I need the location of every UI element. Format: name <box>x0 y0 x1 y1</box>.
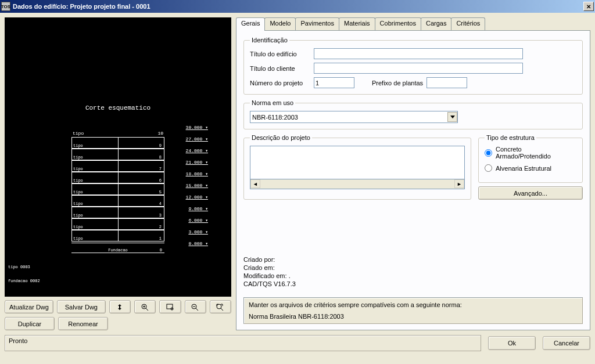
cad-floor-row: tipo4 <box>71 195 164 207</box>
meta-cad-tos: CAD/TQS V16.7.3 <box>243 280 583 288</box>
compat-line1: Manter os arquivos de critérios sempre c… <box>249 301 578 308</box>
cad-elevation-label: 12.000 ▾ <box>173 194 208 200</box>
cad-floor-row: tipo8 <box>71 149 164 160</box>
svg-rect-4 <box>167 304 173 309</box>
renomear-button[interactable]: Renomear <box>58 317 108 330</box>
close-button[interactable]: ✕ <box>583 2 594 11</box>
svg-line-10 <box>221 308 223 311</box>
cad-floor-row: tipo7 <box>71 160 164 172</box>
meta-info: Criado por: Criado em: Modificado em: . … <box>243 254 583 289</box>
cad-floor-row: tipo3 <box>71 207 164 218</box>
scroll-right-icon[interactable]: ► <box>454 179 464 188</box>
right-panel: Gerais Modelo Pavimentos Materiais Cobri… <box>236 17 590 330</box>
titulo-cliente-input[interactable] <box>314 63 523 74</box>
numero-projeto-input[interactable] <box>314 77 354 88</box>
tab-content: Identificação Título do edifício Título … <box>236 30 590 330</box>
tipo-estrutura-legend: Tipo de estrutura <box>485 134 536 141</box>
cad-side-label-fundacao: fundacao 0002 <box>8 279 40 283</box>
cad-elevation-label: 21.000 ▾ <box>173 160 208 165</box>
radio-concreto-input[interactable] <box>485 149 492 157</box>
meta-modificado-em: Modificado em: . <box>243 272 583 280</box>
tab-criterios[interactable]: Critérios <box>451 17 485 30</box>
avancado-button[interactable]: Avançado... <box>478 186 583 200</box>
numero-projeto-label: Número do projeto <box>250 80 310 87</box>
radio-concreto[interactable]: Concreto Armado/Protendido <box>485 146 576 160</box>
cad-elevation-label: 9.000 ▾ <box>173 206 208 211</box>
svg-point-9 <box>217 304 221 309</box>
atualizar-dwg-button[interactable]: Atualizar Dwg <box>5 300 53 313</box>
cad-floor-row: tipo1 <box>71 230 164 242</box>
norma-select[interactable]: NBR-6118:2003 <box>250 111 458 123</box>
cad-title: Corte esquematico <box>5 104 231 111</box>
cad-elevation-label: 18.000 ▾ <box>173 171 208 176</box>
descricao-hscrollbar[interactable]: ◄ ► <box>250 179 465 189</box>
cad-header-right: 10 <box>157 131 163 136</box>
left-toolbar: Atualizar Dwg Salvar Dwg <box>5 297 231 330</box>
meta-criado-por: Criado por: <box>243 255 583 264</box>
tab-modelo[interactable]: Modelo <box>264 17 296 30</box>
status-text: Pronto <box>5 335 481 351</box>
tipo-estrutura-group: Tipo de estrutura Concreto Armado/Proten… <box>478 134 583 183</box>
window-title: Dados do edifício: Projeto projeto final… <box>13 3 583 10</box>
cad-elevation-label: 24.000 ▾ <box>173 148 208 153</box>
left-panel: Corte esquematico tipo 10 tipo9tipo8tipo… <box>5 17 231 330</box>
identificacao-group: Identificação Título do edifício Título … <box>243 37 583 95</box>
svg-line-1 <box>146 308 148 311</box>
tab-cobrimentos[interactable]: Cobrimentos <box>375 17 421 30</box>
dropdown-icon[interactable] <box>447 112 457 122</box>
cad-side-label-tipo: tipo 0003 <box>8 265 30 269</box>
tab-materiais[interactable]: Materiais <box>339 17 375 30</box>
radio-concreto-label: Concreto Armado/Protendido <box>496 146 576 160</box>
tab-gerais[interactable]: Gerais <box>236 17 265 31</box>
cancelar-button[interactable]: Cancelar <box>543 336 590 350</box>
cad-elevation-label: 0.000 ▾ <box>173 241 208 246</box>
titulo-cliente-label: Título do cliente <box>250 65 310 72</box>
cad-elevation-label: 3.000 ▾ <box>173 229 208 235</box>
meta-criado-em: Criado em: <box>243 264 583 272</box>
cad-elevation-label: 15.000 ▾ <box>173 183 208 188</box>
bottom-bar: Pronto Ok Cancelar <box>0 335 595 355</box>
ok-button[interactable]: Ok <box>488 336 536 350</box>
duplicar-button[interactable]: Duplicar <box>5 317 55 330</box>
svg-line-7 <box>196 308 198 311</box>
radio-alvenaria[interactable]: Alvenaria Estrutural <box>485 164 576 172</box>
norma-select-value: NBR-6118:2003 <box>252 114 298 121</box>
cad-elevation-label: 27.000 ▾ <box>173 136 208 142</box>
zoom-window-icon-button[interactable] <box>159 300 181 313</box>
compat-panel: Manter os arquivos de critérios sempre c… <box>243 297 583 324</box>
radio-alvenaria-label: Alvenaria Estrutural <box>496 165 551 172</box>
cad-floor-row: tipo9 <box>71 137 164 149</box>
prefixo-plantas-input[interactable] <box>426 77 467 88</box>
radio-alvenaria-input[interactable] <box>485 164 492 172</box>
cad-header-left: tipo <box>73 131 84 136</box>
cad-elevation-label: 30.000 ▾ <box>173 125 208 130</box>
cad-elevation-label: 6.000 ▾ <box>173 218 208 223</box>
tab-pavimentos[interactable]: Pavimentos <box>295 17 339 30</box>
zoom-in-icon-button[interactable] <box>134 300 156 313</box>
descricao-legend: Descrição do projeto <box>250 134 312 141</box>
zoom-extents-icon-button[interactable] <box>210 300 231 313</box>
descricao-group: Descrição do projeto ◄ ► <box>243 134 471 200</box>
identificacao-legend: Identificação <box>250 37 289 44</box>
norma-group: Norma em uso NBR-6118:2003 <box>243 99 583 129</box>
compat-line2: Norma Brasileira NBR-6118:2003 <box>249 313 578 320</box>
cad-preview[interactable]: Corte esquematico tipo 10 tipo9tipo8tipo… <box>5 17 231 297</box>
descricao-textarea[interactable] <box>250 146 465 179</box>
zoom-out-icon-button[interactable] <box>185 300 206 313</box>
pan-icon-button[interactable] <box>109 300 131 313</box>
cad-floor-row: tipo6 <box>71 172 164 183</box>
titulo-edificio-label: Título do edifício <box>250 51 310 57</box>
cad-building: tipo 10 tipo9tipo8tipo7tipo6tipo5tipo4ti… <box>71 131 164 253</box>
titlebar: TOS Dados do edifício: Projeto projeto f… <box>0 0 595 13</box>
norma-legend: Norma em uso <box>250 99 295 106</box>
cad-floor-row: Fundacao0 <box>71 243 164 253</box>
titulo-edificio-input[interactable] <box>314 48 523 59</box>
cad-floor-row: tipo5 <box>71 183 164 195</box>
salvar-dwg-button[interactable]: Salvar Dwg <box>57 300 106 313</box>
tab-cargas[interactable]: Cargas <box>421 17 451 30</box>
tabs: Gerais Modelo Pavimentos Materiais Cobri… <box>236 17 590 30</box>
scroll-left-icon[interactable]: ◄ <box>250 179 260 188</box>
cad-floor-row: tipo2 <box>71 218 164 230</box>
prefixo-plantas-label: Prefixo de plantas <box>372 80 423 87</box>
app-icon: TOS <box>1 2 10 11</box>
